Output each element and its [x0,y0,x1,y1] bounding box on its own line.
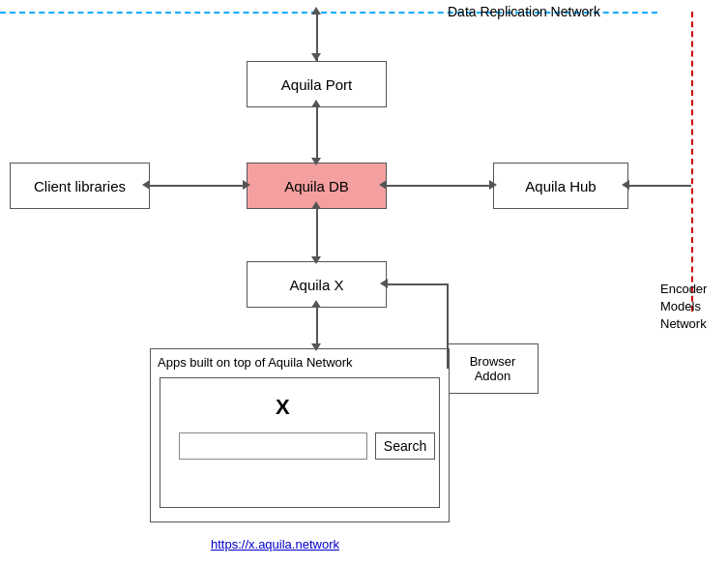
arrowhead-down-port [311,53,321,61]
arrow-db-x [316,209,318,261]
aquila-hub-box: Aquila Hub [493,163,628,209]
x-symbol: X [276,395,290,420]
browser-addon-box: Browser Addon [447,343,539,394]
arrowhead-port-to-db [311,158,321,165]
encoder-models-label: Encoder Models Network [660,281,707,334]
arrowhead-db-to-x [311,256,321,264]
client-libraries-box: Client libraries [10,163,150,209]
diagram-container: Data Replication Network Encoder Models … [0,0,728,566]
arrowhead-right-to-hub [622,180,629,190]
arrowhead-browser-to-x [380,279,388,288]
drn-label: Data Replication Network [448,4,600,19]
apps-built-label: Apps built on top of Aquila Network [158,355,353,370]
arrowhead-x-to-db [311,201,321,209]
arrowhead-apps-to-x [311,300,321,308]
arrow-hub-db [387,185,493,187]
arrowhead-x-to-apps [311,343,321,351]
aquila-network-link[interactable]: https://x.aquila.network [211,537,339,551]
arrow-client-db [150,185,247,187]
red-dashed-vertical [691,12,693,312]
arrow-x-apps [316,308,318,348]
arrowhead-up-drn [311,7,321,15]
arrowhead-db-to-hub [489,180,497,190]
arrow-browser-x-h [387,283,447,285]
search-input-field[interactable] [179,432,367,460]
arrowhead-client-to-db [243,180,250,190]
arrowhead-hub-to-db [379,180,387,190]
arrowhead-db-to-client [142,180,150,190]
arrow-hub-right [628,185,691,187]
arrowhead-db-to-port [311,100,321,107]
search-button[interactable]: Search [375,432,435,460]
arrow-port-db [316,107,318,163]
arrow-browser-x-v [447,283,449,369]
